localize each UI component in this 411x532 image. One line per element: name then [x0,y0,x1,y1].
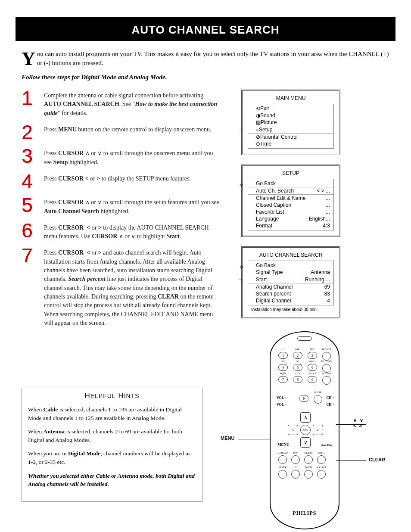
row-label: Start [256,277,305,283]
row-icon: ⊙ [256,141,260,147]
page-title: AUTO CHANNEL SEARCH [22,17,389,41]
row-value: 69 [324,284,330,290]
row-label: Exit [260,106,330,112]
dropcap: Y [22,50,37,66]
key-4: 4GHI [278,364,288,371]
dpad: ∧ ∨ < > OK [288,412,323,448]
osd-row: →⟐ Setup [248,126,333,134]
osd-title: MAIN MENU [243,93,339,104]
step-body: Press CURSOR ∧ or ∨ to scroll through th… [44,196,220,216]
row-value: < > ... [317,188,330,194]
step-body: Press CURSOR < or > to display the AUTO … [44,222,220,241]
hint-paragraph: When Antenna is selected, channels 2 to … [28,427,196,444]
cursor-down: ∨ [300,437,311,448]
key-7: 7PQRS [278,376,288,383]
osd-row: ▧ Picture [248,119,333,126]
steps-list: 1Complete the antenna or cable signal co… [22,90,220,327]
row-value: English... [309,216,330,222]
osd-setup: SETUP ⟐Go Back→Auto Ch. Search< > ...Cha… [241,165,340,237]
lead-menu: MENU [221,436,234,441]
osd-row: Favorite List... [248,208,333,215]
row-label: Signal Type [256,269,311,275]
ch-minus-label: CH − [326,403,334,407]
mute-button: MUTE [314,395,322,404]
row-label: Format [256,223,323,229]
row-label: Parental Control [260,134,330,140]
osd-row: Signal TypeAntenna [248,269,333,276]
row-label: Language [256,216,309,222]
row-icon: ⊘ [256,134,260,140]
row-icon: ▧ [256,119,261,125]
row-label: Sound [260,112,330,118]
step-number: 3 [22,147,34,167]
hint-paragraph: Whether you selected either Cable or Ant… [28,472,196,488]
osd-row: Go Back [248,262,333,269]
osd-row: LanguageEnglish... [248,215,333,222]
osd-row: Channel Edit & Name... [248,195,333,202]
osd-main-menu: MAIN MENU ⟲ Exit◑ Sound▧ Picture→⟐ Setup… [241,90,340,155]
helpful-hints-box: HELPFUL HINTS When Cable is selected, ch… [22,388,202,502]
step-number: 1 [22,90,34,118]
key-zoom: ZOOM [304,470,313,479]
row-label: Go Back [256,180,330,187]
lead-cursor: ∧ ∨ < > [353,417,364,428]
osd-row: Closed Caption... [248,202,333,208]
row-icon: ⟐ [256,127,259,133]
row-label: Digital Channel [256,298,327,304]
step: 1Complete the antenna or cable signal co… [22,90,220,118]
selection-arrow-icon: → [237,276,243,283]
key-8: 8TUV [293,376,302,383]
key-fav: FAV [291,455,300,464]
key-clear: CLEAR [304,455,313,464]
row-value: ... [326,202,330,208]
osd-row: Digital Channel4 [248,297,333,304]
key-2: 2ABC [293,352,302,359]
row-label: Picture [261,119,330,125]
anadig-label: Ana/Dig [321,443,332,447]
step-body: Press CURSOR ∧ or ∨ to scroll through th… [44,147,220,167]
osd-row: ◑ Sound [248,112,333,119]
osd-row: ⟲ Exit [248,105,333,112]
osd-row: Search percent83 [248,290,333,297]
osd-note: Installation may take about 30 min. [243,305,339,312]
hint-paragraph: When you are in Digital Mode, channel nu… [28,449,196,466]
step: 2Press MENU button on the remote control… [22,124,220,141]
cursor-left: < [288,425,298,435]
menu-label-on-remote: MENU [277,442,290,447]
cursor-up: ∧ [300,412,311,423]
step-number: 7 [22,247,34,327]
vol-plus-label: VOL + [277,396,286,400]
row-icon: ⟲ [256,106,260,112]
step-number: 2 [22,124,34,141]
row-value: 83 [324,291,330,297]
key-cc: CC [291,470,300,479]
ir-window [297,336,312,341]
row-label: Time [260,141,330,147]
row-label: Channel Edit & Name [256,195,326,201]
remote-brand: PHILIPS [271,510,339,516]
row-value: Antenna [311,269,330,275]
row-icon: ◑ [256,112,260,118]
step: 4Press CURSOR < or > to display the SETU… [22,173,220,190]
key-sound: SOUND [322,376,331,385]
selection-arrow-icon: → [237,187,243,194]
cursor-right: > [313,425,323,435]
hints-title: HELPFUL HINTS [22,388,202,403]
step-body: Press CURSOR < or > and auto channel sea… [44,247,220,327]
key-6: 6MNO [308,364,317,371]
ok-button: OK [300,425,311,435]
key-5: 5JKL [293,364,302,371]
key-power: POWER [322,352,331,361]
step: 6Press CURSOR < or > to display the AUTO… [22,222,220,241]
key-info: INFO [317,455,326,464]
intro-text: ou can auto install programs on your TV.… [37,50,389,66]
osd-row: Analog Channel69 [248,283,333,290]
osd-row: →StartRunning ... [248,276,333,283]
step-body: Press CURSOR < or > to display the SETUP… [44,173,191,190]
selection-arrow-icon: → [237,126,243,133]
key-3: 3DEF [308,352,317,359]
lead-clear: CLEAR [369,457,385,462]
osd-row: ⊘ Parental Control [248,134,333,140]
hint-paragraph: When Cable is selected, channels 1 to 13… [28,405,196,422]
acs-icon: ⟐ [240,263,243,270]
